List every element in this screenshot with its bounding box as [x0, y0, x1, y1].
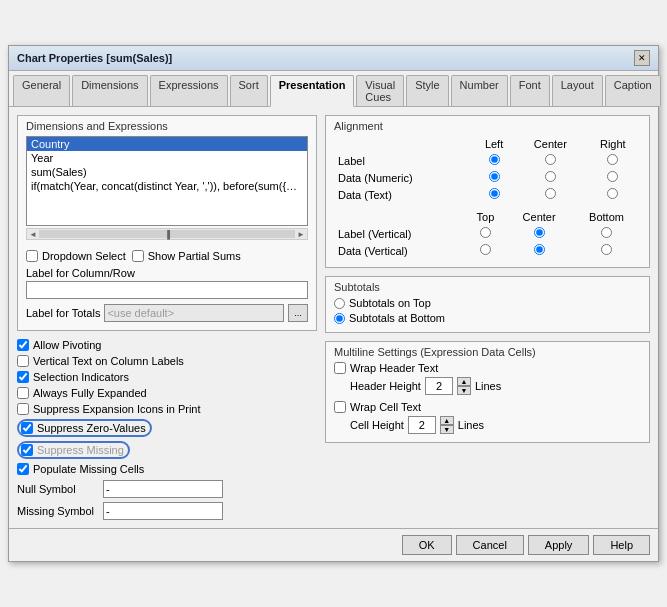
browse-button[interactable]: ...: [288, 304, 308, 322]
missing-symbol-label: Missing Symbol: [17, 505, 97, 517]
subtotals-on-top-label: Subtotals on Top: [349, 297, 431, 309]
suppress-missing-checkbox[interactable]: [21, 444, 33, 456]
suppress-zero-checkbox[interactable]: [21, 422, 33, 434]
header-height-down[interactable]: ▼: [457, 386, 471, 395]
tab-expressions[interactable]: Expressions: [150, 75, 228, 106]
allow-pivoting-label: Allow Pivoting: [33, 339, 101, 351]
header-height-up[interactable]: ▲: [457, 377, 471, 386]
show-partial-sums-checkbox[interactable]: [132, 250, 144, 262]
subtotals-top-radio[interactable]: [334, 298, 345, 309]
dropdown-select-row: Dropdown Select: [26, 250, 126, 262]
tab-number[interactable]: Number: [451, 75, 508, 106]
header-height-input[interactable]: 2: [425, 377, 453, 395]
align-bottom-header: Bottom: [572, 209, 641, 225]
alignment-group: Alignment Left Center Right Label: [325, 115, 650, 268]
subtotals-at-bottom-label: Subtotals at Bottom: [349, 312, 445, 324]
numeric-left-radio[interactable]: [489, 171, 500, 182]
header-height-spinners: ▲ ▼: [457, 377, 471, 395]
list-item[interactable]: Country: [27, 137, 307, 151]
cell-height-down[interactable]: ▼: [440, 425, 454, 434]
dimensions-group: Dimensions and Expressions Country Year …: [17, 115, 317, 331]
ok-button[interactable]: OK: [402, 535, 452, 555]
cell-height-label: Cell Height: [350, 419, 404, 431]
tab-font[interactable]: Font: [510, 75, 550, 106]
null-symbol-input[interactable]: [103, 480, 223, 498]
subtotals-bottom-radio[interactable]: [334, 313, 345, 324]
list-item[interactable]: sum(Sales): [27, 165, 307, 179]
label-left-radio[interactable]: [489, 154, 500, 165]
align-right-header: Right: [585, 136, 641, 152]
always-expanded-checkbox[interactable]: [17, 387, 29, 399]
cell-lines-label: Lines: [458, 419, 484, 431]
label-totals-input[interactable]: [104, 304, 284, 322]
content-area: Dimensions and Expressions Country Year …: [9, 107, 658, 528]
allow-pivoting-checkbox[interactable]: [17, 339, 29, 351]
data-numeric-label: Data (Numeric): [334, 169, 472, 186]
missing-symbol-input[interactable]: [103, 502, 223, 520]
data-vcenter-radio[interactable]: [534, 244, 545, 255]
text-left-radio[interactable]: [489, 188, 500, 199]
data-text-label: Data (Text): [334, 186, 472, 203]
suppress-expansion-row: Suppress Expansion Icons in Print: [17, 403, 317, 415]
suppress-zero-highlight: Suppress Zero-Values: [17, 419, 152, 437]
label-totals-label: Label for Totals: [26, 307, 100, 319]
wrap-cell-label: Wrap Cell Text: [350, 401, 421, 413]
label-bottom-radio[interactable]: [601, 227, 612, 238]
cell-height-spinners: ▲ ▼: [440, 416, 454, 434]
always-expanded-row: Always Fully Expanded: [17, 387, 317, 399]
data-bottom-radio[interactable]: [601, 244, 612, 255]
tab-caption[interactable]: Caption: [605, 75, 661, 106]
label-center-radio[interactable]: [545, 154, 556, 165]
suppress-missing-highlight: Suppress Missing: [17, 441, 130, 459]
label-column-row-input[interactable]: [26, 281, 308, 299]
cell-height-up[interactable]: ▲: [440, 416, 454, 425]
null-symbol-label: Null Symbol: [17, 483, 97, 495]
dimensions-label: Dimensions and Expressions: [26, 120, 308, 132]
subtotals-group: Subtotals Subtotals on Top Subtotals at …: [325, 276, 650, 333]
wrap-header-row: Wrap Header Text: [334, 362, 641, 374]
label-vcenter-radio[interactable]: [534, 227, 545, 238]
list-item[interactable]: Year: [27, 151, 307, 165]
tab-style[interactable]: Style: [406, 75, 448, 106]
align-center-header: Center: [516, 136, 585, 152]
label-top-radio[interactable]: [480, 227, 491, 238]
tab-sort[interactable]: Sort: [230, 75, 268, 106]
title-bar: Chart Properties [sum(Sales)] ✕: [9, 46, 658, 71]
show-partial-sums-row: Show Partial Sums: [132, 250, 241, 262]
alignment-label: Alignment: [334, 120, 641, 132]
dimensions-list[interactable]: Country Year sum(Sales) if(match(Year, c…: [26, 136, 308, 226]
help-button[interactable]: Help: [593, 535, 650, 555]
tab-dimensions[interactable]: Dimensions: [72, 75, 147, 106]
cell-height-input[interactable]: 2: [408, 416, 436, 434]
subtotals-on-top-row: Subtotals on Top: [334, 297, 641, 309]
multiline-label: Multiline Settings (Expression Data Cell…: [334, 346, 641, 358]
dropdown-select-checkbox[interactable]: [26, 250, 38, 262]
label-right-radio[interactable]: [607, 154, 618, 165]
selection-indicators-row: Selection Indicators: [17, 371, 317, 383]
text-center-radio[interactable]: [545, 188, 556, 199]
apply-button[interactable]: Apply: [528, 535, 590, 555]
suppress-missing-row: Suppress Missing: [21, 444, 124, 456]
suppress-expansion-checkbox[interactable]: [17, 403, 29, 415]
always-expanded-label: Always Fully Expanded: [33, 387, 147, 399]
cancel-button[interactable]: Cancel: [456, 535, 524, 555]
wrap-header-checkbox[interactable]: [334, 362, 346, 374]
wrap-cell-checkbox[interactable]: [334, 401, 346, 413]
tab-visual-cues[interactable]: Visual Cues: [356, 75, 404, 106]
tab-presentation[interactable]: Presentation: [270, 75, 355, 107]
list-item[interactable]: if(match(Year, concat(distinct Year, ','…: [27, 179, 307, 193]
text-right-radio[interactable]: [607, 188, 618, 199]
footer-bar: OK Cancel Apply Help: [9, 528, 658, 561]
tab-layout[interactable]: Layout: [552, 75, 603, 106]
align-left-header: Left: [472, 136, 516, 152]
close-button[interactable]: ✕: [634, 50, 650, 66]
subtotals-label: Subtotals: [334, 281, 641, 293]
numeric-right-radio[interactable]: [607, 171, 618, 182]
wrap-header-label: Wrap Header Text: [350, 362, 438, 374]
selection-indicators-checkbox[interactable]: [17, 371, 29, 383]
data-top-radio[interactable]: [480, 244, 491, 255]
vertical-text-checkbox[interactable]: [17, 355, 29, 367]
populate-missing-checkbox[interactable]: [17, 463, 29, 475]
numeric-center-radio[interactable]: [545, 171, 556, 182]
tab-general[interactable]: General: [13, 75, 70, 106]
